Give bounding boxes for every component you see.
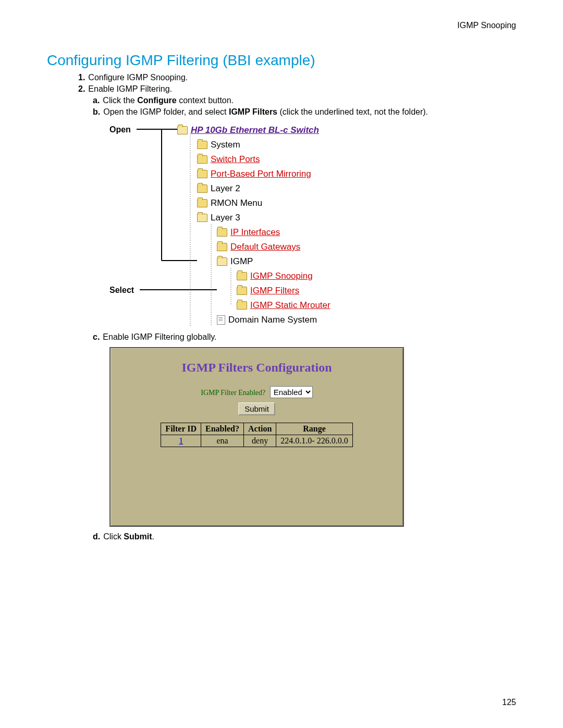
filter-id-link[interactable]: 1 (179, 436, 183, 445)
document-icon (217, 315, 225, 325)
tree-layer3-label: Layer 3 (211, 213, 240, 223)
section-title: Configuring IGMP Filtering (BBI example) (47, 52, 516, 69)
folder-open-icon (197, 214, 207, 222)
tree-rmon-label: RMON Menu (211, 198, 262, 208)
tree-port-mirror-label[interactable]: Port-Based Port Mirroring (211, 169, 311, 179)
th-enabled: Enabled? (201, 423, 244, 435)
folder-icon (197, 170, 207, 178)
tree-igmp-mrouter-label[interactable]: IGMP Static Mrouter (250, 300, 331, 311)
substep-b: b.Open the IGMP folder, and select IGMP … (93, 107, 516, 117)
folder-icon (237, 287, 247, 295)
tree-igmp-snoop-label[interactable]: IGMP Snooping (250, 271, 313, 281)
nav-tree-figure: Open Select HP 10Gb Ethernet BL-c Switch… (115, 123, 448, 327)
folder-icon (197, 184, 207, 193)
substep-a: a.Click the Configure context button. (93, 96, 516, 105)
tree-layer2[interactable]: Layer 2 (115, 181, 448, 196)
substep-b-bold: IGMP Filters (229, 107, 277, 116)
substep-d: d.Click Submit. (93, 532, 516, 541)
tree-igmp-snoop[interactable]: IGMP Snooping (115, 269, 448, 283)
folder-icon (237, 301, 247, 310)
substep-d-pre: Click (103, 532, 124, 541)
folder-open-icon (217, 257, 227, 266)
substep-b-post: (click the underlined text, not the fold… (277, 107, 428, 116)
substep-d-letter: d. (93, 532, 100, 541)
substep-a-letter: a. (93, 96, 100, 105)
step-2: 2.Enable IGMP Filtering. a.Click the Con… (78, 84, 516, 117)
tree-rmon[interactable]: RMON Menu (115, 196, 448, 211)
step-1-text: Configure IGMP Snooping. (88, 73, 188, 82)
tree-igmp[interactable]: IGMP (115, 254, 448, 269)
tree-gateways[interactable]: Default Gateways (115, 240, 448, 254)
substep-b-pre: Open the IGMP folder, and select (103, 107, 229, 116)
step-2-number: 2. (78, 84, 85, 93)
substep-b-letter: b. (93, 107, 100, 116)
folder-icon (197, 199, 207, 207)
substep-a-bold: Configure (137, 96, 177, 105)
tree-gateways-label[interactable]: Default Gateways (230, 242, 300, 252)
td-range: 224.0.1.0- 226.0.0.0 (276, 435, 352, 447)
enabled-label: IGMP Filter Enabled? (201, 389, 265, 397)
substep-d-bold: Submit (124, 532, 152, 541)
substep-a-post: context button. (177, 96, 234, 105)
folder-icon (237, 272, 247, 280)
step-1-number: 1. (78, 73, 85, 82)
substep-c-letter: c. (93, 332, 100, 341)
tree-ip-if[interactable]: IP Interfaces (115, 225, 448, 240)
th-action: Action (243, 423, 276, 435)
folder-open-icon (177, 126, 188, 134)
tree-igmp-filters[interactable]: IGMP Filters (115, 283, 448, 298)
tree-system-label: System (211, 140, 240, 150)
submit-button[interactable]: Submit (238, 402, 275, 415)
folder-icon (217, 243, 227, 251)
th-filter-id: Filter ID (161, 423, 201, 435)
tree-igmp-mrouter[interactable]: IGMP Static Mrouter (115, 298, 448, 313)
tree-dns-label: Domain Name System (228, 315, 317, 325)
td-enabled: ena (201, 435, 244, 447)
substep-c: c.Enable IGMP Filtering globally. (93, 332, 516, 342)
tree-layer2-label: Layer 2 (211, 183, 240, 194)
filters-table: Filter ID Enabled? Action Range 1 ena de… (161, 423, 352, 447)
tree-dns[interactable]: Domain Name System (115, 313, 448, 327)
panel-title: IGMP Filters Configuration (118, 361, 396, 375)
substeps: a.Click the Configure context button. b.… (93, 96, 516, 117)
td-filter-id[interactable]: 1 (161, 435, 201, 447)
step-1: 1.Configure IGMP Snooping. (78, 73, 516, 82)
th-range: Range (276, 423, 352, 435)
tree-switch-ports-label[interactable]: Switch Ports (211, 154, 260, 165)
tree-switch-ports[interactable]: Switch Ports (115, 152, 448, 167)
igmp-filters-panel: IGMP Filters Configuration IGMP Filter E… (109, 347, 404, 527)
page-number: 125 (502, 698, 516, 707)
tree-root-label[interactable]: HP 10Gb Ethernet BL-c Switch (191, 125, 319, 135)
tree-igmp-filters-label[interactable]: IGMP Filters (250, 286, 299, 296)
tree-port-mirror[interactable]: Port-Based Port Mirroring (115, 167, 448, 181)
tree-ip-if-label[interactable]: IP Interfaces (230, 227, 280, 238)
tree-root[interactable]: HP 10Gb Ethernet BL-c Switch (115, 123, 448, 138)
substep-a-pre: Click the (103, 96, 137, 105)
enabled-select[interactable]: Enabled (270, 386, 313, 398)
substep-d-post: . (152, 532, 154, 541)
tree-system[interactable]: System (115, 138, 448, 152)
tree-layer3[interactable]: Layer 3 (115, 211, 448, 225)
folder-icon (197, 141, 207, 149)
enabled-row: IGMP Filter Enabled? Enabled (118, 386, 396, 398)
table-row: 1 ena deny 224.0.1.0- 226.0.0.0 (161, 435, 352, 447)
substep-c-text: Enable IGMP Filtering globally. (103, 332, 216, 341)
steps-list: 1.Configure IGMP Snooping. 2.Enable IGMP… (78, 73, 516, 117)
folder-icon (197, 155, 207, 164)
tree-igmp-label: IGMP (230, 256, 253, 267)
header-chapter: IGMP Snooping (457, 21, 516, 30)
td-action: deny (243, 435, 276, 447)
step-2-text: Enable IGMP Filtering. (88, 84, 172, 93)
table-header-row: Filter ID Enabled? Action Range (161, 423, 352, 435)
folder-icon (217, 228, 227, 237)
